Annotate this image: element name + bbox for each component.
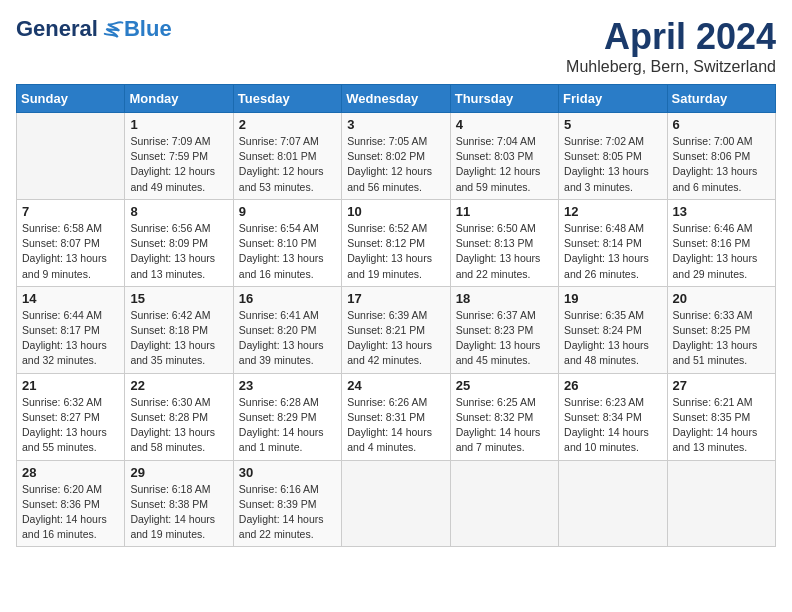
cell-info: and 4 minutes.	[347, 440, 444, 455]
cell-info: Sunset: 8:05 PM	[564, 149, 661, 164]
cell-info: Sunset: 8:27 PM	[22, 410, 119, 425]
cell-info: Sunrise: 7:09 AM	[130, 134, 227, 149]
day-number: 17	[347, 291, 444, 306]
cell-info: Sunrise: 6:56 AM	[130, 221, 227, 236]
cell-info: Sunset: 8:35 PM	[673, 410, 770, 425]
cell-info: Sunrise: 6:28 AM	[239, 395, 336, 410]
cell-info: and 3 minutes.	[564, 180, 661, 195]
calendar-cell: 12Sunrise: 6:48 AMSunset: 8:14 PMDayligh…	[559, 199, 667, 286]
day-number: 30	[239, 465, 336, 480]
cell-info: and 26 minutes.	[564, 267, 661, 282]
cell-info: and 13 minutes.	[673, 440, 770, 455]
day-number: 1	[130, 117, 227, 132]
calendar-cell: 2Sunrise: 7:07 AMSunset: 8:01 PMDaylight…	[233, 113, 341, 200]
cell-info: and 58 minutes.	[130, 440, 227, 455]
calendar-cell: 15Sunrise: 6:42 AMSunset: 8:18 PMDayligh…	[125, 286, 233, 373]
cell-info: and 55 minutes.	[22, 440, 119, 455]
cell-info: Sunrise: 6:21 AM	[673, 395, 770, 410]
day-number: 12	[564, 204, 661, 219]
cell-info: Sunset: 8:28 PM	[130, 410, 227, 425]
calendar-cell: 30Sunrise: 6:16 AMSunset: 8:39 PMDayligh…	[233, 460, 341, 547]
day-number: 26	[564, 378, 661, 393]
calendar-cell: 14Sunrise: 6:44 AMSunset: 8:17 PMDayligh…	[17, 286, 125, 373]
calendar-cell: 26Sunrise: 6:23 AMSunset: 8:34 PMDayligh…	[559, 373, 667, 460]
cell-info: Sunset: 8:17 PM	[22, 323, 119, 338]
logo-text: General Blue	[16, 16, 172, 42]
cell-info: Sunrise: 6:23 AM	[564, 395, 661, 410]
cell-info: and 48 minutes.	[564, 353, 661, 368]
day-number: 28	[22, 465, 119, 480]
cell-info: Daylight: 12 hours	[130, 164, 227, 179]
day-number: 6	[673, 117, 770, 132]
day-number: 8	[130, 204, 227, 219]
cell-info: and 13 minutes.	[130, 267, 227, 282]
cell-info: and 19 minutes.	[130, 527, 227, 542]
title-area: April 2024 Muhleberg, Bern, Switzerland	[566, 16, 776, 76]
cell-info: Daylight: 12 hours	[239, 164, 336, 179]
cell-info: Sunrise: 6:32 AM	[22, 395, 119, 410]
cell-info: Daylight: 13 hours	[456, 338, 553, 353]
cell-info: Daylight: 13 hours	[130, 251, 227, 266]
cell-info: and 7 minutes.	[456, 440, 553, 455]
cell-info: and 16 minutes.	[22, 527, 119, 542]
cell-info: and 35 minutes.	[130, 353, 227, 368]
cell-info: Sunrise: 6:46 AM	[673, 221, 770, 236]
cell-info: and 6 minutes.	[673, 180, 770, 195]
cell-info: Daylight: 13 hours	[673, 338, 770, 353]
cell-info: Daylight: 13 hours	[673, 251, 770, 266]
calendar-cell: 13Sunrise: 6:46 AMSunset: 8:16 PMDayligh…	[667, 199, 775, 286]
cell-info: Sunset: 8:20 PM	[239, 323, 336, 338]
cell-info: Sunset: 8:16 PM	[673, 236, 770, 251]
calendar-header-row: SundayMondayTuesdayWednesdayThursdayFrid…	[17, 85, 776, 113]
cell-info: Sunrise: 6:25 AM	[456, 395, 553, 410]
cell-info: and 10 minutes.	[564, 440, 661, 455]
day-number: 29	[130, 465, 227, 480]
calendar-cell: 10Sunrise: 6:52 AMSunset: 8:12 PMDayligh…	[342, 199, 450, 286]
cell-info: Daylight: 13 hours	[347, 251, 444, 266]
cell-info: and 16 minutes.	[239, 267, 336, 282]
logo-bird-icon	[100, 19, 124, 39]
calendar-cell: 11Sunrise: 6:50 AMSunset: 8:13 PMDayligh…	[450, 199, 558, 286]
cell-info: Sunrise: 6:52 AM	[347, 221, 444, 236]
day-number: 24	[347, 378, 444, 393]
cell-info: Sunset: 8:02 PM	[347, 149, 444, 164]
cell-info: Sunset: 8:07 PM	[22, 236, 119, 251]
cell-info: Daylight: 14 hours	[22, 512, 119, 527]
cell-info: Sunrise: 6:26 AM	[347, 395, 444, 410]
cell-info: Sunrise: 6:44 AM	[22, 308, 119, 323]
calendar-cell: 24Sunrise: 6:26 AMSunset: 8:31 PMDayligh…	[342, 373, 450, 460]
calendar-cell	[559, 460, 667, 547]
calendar-cell: 23Sunrise: 6:28 AMSunset: 8:29 PMDayligh…	[233, 373, 341, 460]
cell-info: Sunset: 8:21 PM	[347, 323, 444, 338]
cell-info: Daylight: 14 hours	[456, 425, 553, 440]
calendar-cell: 1Sunrise: 7:09 AMSunset: 7:59 PMDaylight…	[125, 113, 233, 200]
cell-info: Sunset: 8:12 PM	[347, 236, 444, 251]
day-number: 7	[22, 204, 119, 219]
cell-info: and 29 minutes.	[673, 267, 770, 282]
logo-blue: Blue	[124, 16, 172, 42]
cell-info: Sunrise: 6:39 AM	[347, 308, 444, 323]
cell-info: Sunrise: 7:00 AM	[673, 134, 770, 149]
day-number: 20	[673, 291, 770, 306]
day-header-thursday: Thursday	[450, 85, 558, 113]
logo-general: General	[16, 16, 98, 42]
day-number: 18	[456, 291, 553, 306]
calendar-week-row: 28Sunrise: 6:20 AMSunset: 8:36 PMDayligh…	[17, 460, 776, 547]
day-number: 19	[564, 291, 661, 306]
calendar-cell: 22Sunrise: 6:30 AMSunset: 8:28 PMDayligh…	[125, 373, 233, 460]
cell-info: Daylight: 14 hours	[130, 512, 227, 527]
day-number: 5	[564, 117, 661, 132]
cell-info: Sunset: 8:13 PM	[456, 236, 553, 251]
cell-info: Sunset: 8:03 PM	[456, 149, 553, 164]
cell-info: Daylight: 13 hours	[22, 425, 119, 440]
calendar-week-row: 1Sunrise: 7:09 AMSunset: 7:59 PMDaylight…	[17, 113, 776, 200]
cell-info: Daylight: 12 hours	[456, 164, 553, 179]
cell-info: Sunset: 8:25 PM	[673, 323, 770, 338]
cell-info: Sunrise: 6:48 AM	[564, 221, 661, 236]
cell-info: Daylight: 12 hours	[347, 164, 444, 179]
logo: General Blue	[16, 16, 172, 42]
cell-info: Sunrise: 6:20 AM	[22, 482, 119, 497]
calendar-cell: 9Sunrise: 6:54 AMSunset: 8:10 PMDaylight…	[233, 199, 341, 286]
cell-info: Sunrise: 6:41 AM	[239, 308, 336, 323]
cell-info: Daylight: 14 hours	[564, 425, 661, 440]
